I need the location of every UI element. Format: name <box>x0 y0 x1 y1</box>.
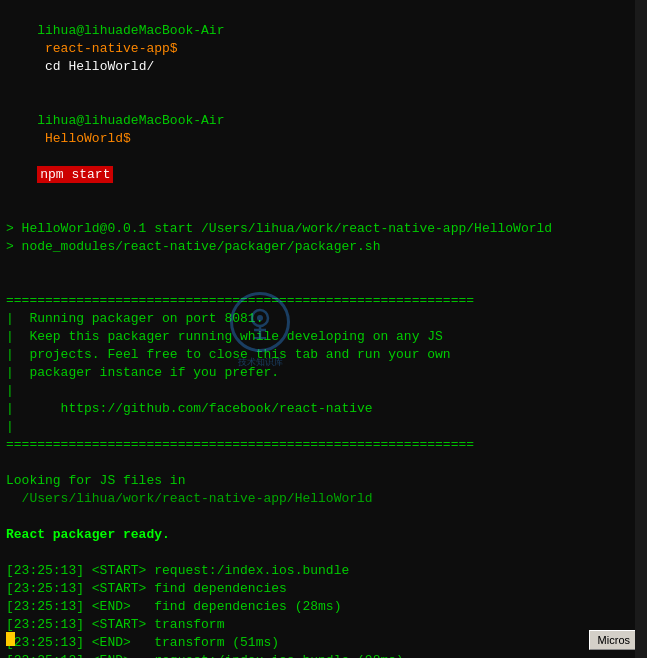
blank-2 <box>6 256 641 274</box>
prompt-user-2: lihua@lihuadeMacBook-Air <box>37 113 224 128</box>
blank-5 <box>6 508 641 526</box>
prompt-path-1: react-native-app$ <box>37 41 177 56</box>
watermark-label: 技术知识库 <box>238 356 283 369</box>
output-line-2: > node_modules/react-native/packager/pac… <box>6 238 641 256</box>
log-4: [23:25:13] <START> transform <box>6 616 641 634</box>
terminal-cursor <box>6 632 15 646</box>
terminal-line-1: lihua@lihuadeMacBook-Air react-native-ap… <box>6 4 641 94</box>
watermark-circle <box>230 292 290 352</box>
log-5: [23:25:13] <END> transform (51ms) <box>6 634 641 652</box>
watermark-icon <box>240 302 280 342</box>
prompt-path-2: HelloWorld$ <box>37 131 131 146</box>
log-3: [23:25:13] <END> find dependencies (28ms… <box>6 598 641 616</box>
box-line-7: | <box>6 418 641 436</box>
npm-highlight: npm start <box>37 166 113 183</box>
scrollbar[interactable] <box>635 0 647 658</box>
terminal-window[interactable]: lihua@lihuadeMacBook-Air react-native-ap… <box>0 0 647 658</box>
terminal-line-2: lihua@lihuadeMacBook-Air HelloWorld$ npm… <box>6 94 641 202</box>
path-line: /Users/lihua/work/react-native-app/Hello… <box>6 490 641 508</box>
blank-4 <box>6 454 641 472</box>
watermark: 技术知识库 <box>180 290 340 370</box>
box-line-6: | https://github.com/facebook/react-nati… <box>6 400 641 418</box>
prompt-cmd-1: cd HelloWorld/ <box>37 59 154 74</box>
prompt-user-1: lihua@lihuadeMacBook-Air <box>37 23 224 38</box>
blank-1 <box>6 202 641 220</box>
blank-6 <box>6 544 641 562</box>
svg-point-1 <box>257 315 263 321</box>
microsoft-button[interactable]: Micros <box>589 630 639 650</box>
log-2: [23:25:13] <START> find dependencies <box>6 580 641 598</box>
log-6: [23:25:13] <END> request:/index.ios.bund… <box>6 652 641 658</box>
divider-bottom: ========================================… <box>6 436 641 454</box>
output-line-1: > HelloWorld@0.0.1 start /Users/lihua/wo… <box>6 220 641 238</box>
box-line-5: | <box>6 382 641 400</box>
prompt-space-2 <box>37 149 45 164</box>
packager-ready: React packager ready. <box>6 526 641 544</box>
looking-line: Looking for JS files in <box>6 472 641 490</box>
log-1: [23:25:13] <START> request:/index.ios.bu… <box>6 562 641 580</box>
